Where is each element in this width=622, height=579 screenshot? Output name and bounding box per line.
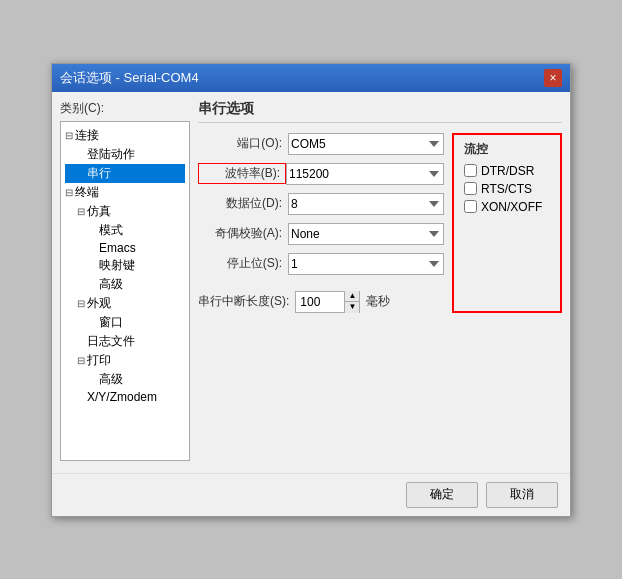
category-tree[interactable]: ⊟连接登陆动作串行⊟终端⊟仿真模式Emacs映射键高级⊟外观窗口日志文件⊟打印高… [60, 121, 190, 461]
select-parity[interactable]: NoneEvenOddMarkSpace [288, 223, 444, 245]
expand-icon: ⊟ [65, 130, 75, 141]
spinner-buttons: ▲ ▼ [344, 291, 359, 313]
title-bar: 会话选项 - Serial-COM4 × [52, 64, 570, 92]
flow-label-dtr_dsr: DTR/DSR [481, 164, 534, 178]
right-panel: 串行选项 端口(O):COM1COM2COM3COM4COM5COM6波特率(B… [198, 100, 562, 461]
break-label: 串行中断长度(S): [198, 293, 289, 310]
flow-control-box: 流控 DTR/DSRRTS/CTSXON/XOFF [452, 133, 562, 313]
close-button[interactable]: × [544, 69, 562, 87]
ok-button[interactable]: 确定 [406, 482, 478, 508]
expand-icon: ⊟ [77, 206, 87, 217]
expand-icon: ⊟ [77, 355, 87, 366]
left-panel: 类别(C): ⊟连接登陆动作串行⊟终端⊟仿真模式Emacs映射键高级⊟外观窗口日… [60, 100, 190, 461]
break-input-wrap: ▲ ▼ [295, 291, 360, 313]
category-label: 类别(C): [60, 100, 190, 117]
spinner-up-button[interactable]: ▲ [345, 291, 359, 303]
label-parity: 奇偶校验(A): [198, 225, 288, 242]
form-row-parity: 奇偶校验(A):NoneEvenOddMarkSpace [198, 223, 444, 245]
tree-item-keymap[interactable]: 映射键 [65, 256, 185, 275]
tree-item-log[interactable]: 日志文件 [65, 332, 185, 351]
break-input[interactable] [296, 292, 344, 312]
tree-item-advanced[interactable]: 高级 [65, 275, 185, 294]
dialog-body: 类别(C): ⊟连接登陆动作串行⊟终端⊟仿真模式Emacs映射键高级⊟外观窗口日… [52, 92, 570, 469]
flow-item-xon_xoff: XON/XOFF [464, 200, 550, 214]
label-data: 数据位(D): [198, 195, 288, 212]
expand-icon: ⊟ [77, 298, 87, 309]
flow-item-rts_cts: RTS/CTS [464, 182, 550, 196]
form-row-baud: 波特率(B):9600192003840057600115200230400 [198, 163, 444, 185]
form-row-port: 端口(O):COM1COM2COM3COM4COM5COM6 [198, 133, 444, 155]
form-row-stop: 停止位(S):11.52 [198, 253, 444, 275]
checkbox-dtr_dsr[interactable] [464, 164, 477, 177]
label-baud: 波特率(B): [198, 163, 286, 184]
tree-item-mode[interactable]: 模式 [65, 221, 185, 240]
spinner-down-button[interactable]: ▼ [345, 302, 359, 313]
tree-item-window[interactable]: 窗口 [65, 313, 185, 332]
select-baud[interactable]: 9600192003840057600115200230400 [286, 163, 444, 185]
tree-item-emulation[interactable]: ⊟仿真 [65, 202, 185, 221]
tree-item-emacs[interactable]: Emacs [65, 240, 185, 256]
form-fields: 端口(O):COM1COM2COM3COM4COM5COM6波特率(B):960… [198, 133, 444, 313]
expand-icon: ⊟ [65, 187, 75, 198]
flow-item-dtr_dsr: DTR/DSR [464, 164, 550, 178]
select-stop[interactable]: 11.52 [288, 253, 444, 275]
dialog: 会话选项 - Serial-COM4 × 类别(C): ⊟连接登陆动作串行⊟终端… [51, 63, 571, 517]
tree-item-xyz[interactable]: X/Y/Zmodem [65, 389, 185, 405]
label-stop: 停止位(S): [198, 255, 288, 272]
checkbox-xon_xoff[interactable] [464, 200, 477, 213]
form-area: 端口(O):COM1COM2COM3COM4COM5COM6波特率(B):960… [198, 133, 562, 313]
flow-label-xon_xoff: XON/XOFF [481, 200, 542, 214]
select-data[interactable]: 5678 [288, 193, 444, 215]
checkbox-rts_cts[interactable] [464, 182, 477, 195]
break-unit: 毫秒 [366, 293, 390, 310]
tree-item-serial[interactable]: 串行 [65, 164, 185, 183]
form-row-data: 数据位(D):5678 [198, 193, 444, 215]
tree-item-connect[interactable]: ⊟连接 [65, 126, 185, 145]
cancel-button[interactable]: 取消 [486, 482, 558, 508]
select-port[interactable]: COM1COM2COM3COM4COM5COM6 [288, 133, 444, 155]
tree-item-print[interactable]: ⊟打印 [65, 351, 185, 370]
tree-item-login[interactable]: 登陆动作 [65, 145, 185, 164]
label-port: 端口(O): [198, 135, 288, 152]
flow-label-rts_cts: RTS/CTS [481, 182, 532, 196]
tree-item-appearance[interactable]: ⊟外观 [65, 294, 185, 313]
dialog-title: 会话选项 - Serial-COM4 [60, 69, 199, 87]
flow-control-title: 流控 [464, 141, 550, 158]
tree-item-print_adv[interactable]: 高级 [65, 370, 185, 389]
dialog-footer: 确定 取消 [52, 473, 570, 516]
section-title: 串行选项 [198, 100, 562, 123]
tree-item-terminal[interactable]: ⊟终端 [65, 183, 185, 202]
break-row: 串行中断长度(S): ▲ ▼ 毫秒 [198, 291, 444, 313]
